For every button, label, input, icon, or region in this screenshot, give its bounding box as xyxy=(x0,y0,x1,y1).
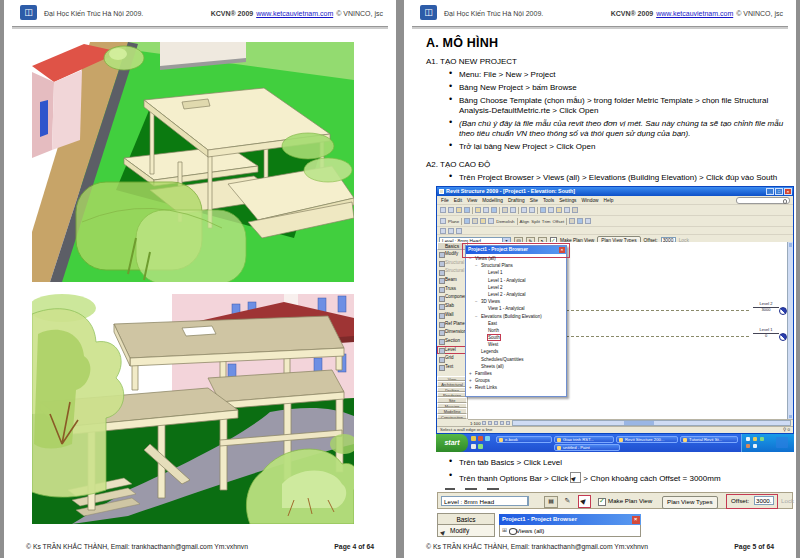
tree-elevations[interactable]: Elevations (Building Elevation) xyxy=(468,313,566,320)
design-bar-item-text[interactable]: Text xyxy=(437,363,467,372)
redo-icon[interactable] xyxy=(510,207,516,213)
taskbar-button-3[interactable]: Revit Structure 200... xyxy=(616,436,678,443)
crop-view-icon[interactable] xyxy=(500,421,504,425)
open-icon[interactable] xyxy=(448,207,454,213)
design-bar-tab-basics[interactable]: Basics xyxy=(437,242,467,250)
close-icon[interactable]: × xyxy=(559,247,565,253)
tree-level-2[interactable]: Level 2 xyxy=(468,284,566,291)
tree-revit-links[interactable]: Revit Links xyxy=(468,384,566,391)
tray-icon[interactable] xyxy=(746,437,750,441)
shadows-icon[interactable] xyxy=(572,207,578,213)
print-icon[interactable] xyxy=(464,207,470,213)
tree-groups[interactable]: Groups xyxy=(468,377,566,384)
toolbar-split-label[interactable]: Split xyxy=(531,219,540,224)
tree-west[interactable]: West xyxy=(468,341,566,348)
toolbar-trim-label[interactable]: Trim xyxy=(542,219,551,224)
rotate-icon[interactable] xyxy=(464,218,470,224)
header-site-link[interactable]: www.ketcauvietnam.com xyxy=(656,10,733,17)
quick-launch-icon[interactable] xyxy=(471,444,476,449)
design-bar-item-structural-column[interactable]: Structural Column xyxy=(437,267,467,276)
menu-file[interactable]: File xyxy=(441,198,449,203)
taskbar-button-1[interactable]: e-book xyxy=(496,436,552,443)
plan-view-types-button[interactable]: Plan View Types xyxy=(662,496,718,509)
tree-south[interactable]: South xyxy=(468,334,566,341)
tree-level-1-analytical[interactable]: Level 1 - Analytical xyxy=(468,277,566,284)
type-selector-combo[interactable]: Level : 8mm Head▼ xyxy=(441,496,529,506)
design-bar-item-grid[interactable]: Grid xyxy=(437,354,467,363)
tree-structural-plans[interactable]: Structural Plans xyxy=(468,262,566,269)
level-1-tag[interactable]: Level 10 xyxy=(753,328,779,338)
design-bar-item-modify[interactable]: Modify xyxy=(437,525,495,537)
maximize-button[interactable]: □ xyxy=(775,188,783,195)
linework-icon[interactable] xyxy=(569,218,575,224)
tag-icon[interactable] xyxy=(585,218,591,224)
quick-launch-icon[interactable] xyxy=(471,436,476,441)
design-bar-item-beam[interactable]: Beam xyxy=(437,276,467,285)
toolbar-demolish-label[interactable]: Demolish xyxy=(496,219,514,224)
toolbar-align-label[interactable]: Align xyxy=(520,219,530,224)
draw-pencil-icon[interactable]: ✎ xyxy=(562,496,573,506)
cut-icon[interactable] xyxy=(475,207,481,213)
design-bar-item-truss[interactable]: Truss xyxy=(437,285,467,294)
quick-launch-icon[interactable] xyxy=(485,436,490,441)
group-icon[interactable] xyxy=(488,218,494,224)
project-browser-title-bar[interactable]: Project1 - Project Browser× xyxy=(499,514,641,525)
close-icon[interactable]: × xyxy=(632,516,640,524)
editable-only-icon[interactable] xyxy=(440,228,446,234)
hide-crop-icon[interactable] xyxy=(506,421,510,425)
menu-view[interactable]: View xyxy=(467,198,477,203)
design-bar-tab-basics[interactable]: Basics xyxy=(437,513,495,525)
model-graphics-icon[interactable] xyxy=(488,421,492,425)
tree-level-2-analytical[interactable]: Level 2 - Analytical xyxy=(468,291,566,298)
help-search-input[interactable] xyxy=(736,197,790,204)
tree-view-1-analytical[interactable]: View 1 - Analytical xyxy=(468,305,566,312)
make-plan-view-checkbox[interactable] xyxy=(598,498,606,506)
toolbar-plane-label[interactable]: Plane xyxy=(448,219,459,224)
new-icon[interactable] xyxy=(440,207,446,213)
tree-views-all[interactable]: Views (all) xyxy=(499,525,641,537)
tree-schedules[interactable]: Schedules/Quantities xyxy=(468,356,566,363)
header-site-link[interactable]: www.ketcauvietnam.com xyxy=(256,10,333,17)
paste-icon[interactable] xyxy=(491,207,497,213)
design-bar-item-slab[interactable]: Slab xyxy=(437,302,467,311)
mirror-icon[interactable] xyxy=(472,218,478,224)
design-bar-item-ref-plane[interactable]: Ref Plane xyxy=(437,320,467,329)
tree-east[interactable]: East xyxy=(468,320,566,327)
zoom-icon[interactable] xyxy=(521,207,527,213)
design-bar-item-component[interactable]: Component xyxy=(437,293,467,302)
menu-window[interactable]: Window xyxy=(582,198,599,203)
section-icon[interactable] xyxy=(548,207,554,213)
design-bar-item-modify[interactable]: Modify xyxy=(437,250,467,259)
quick-launch-icon[interactable] xyxy=(478,444,483,449)
tree-level-1[interactable]: Level 1 xyxy=(468,269,566,276)
copy-icon[interactable] xyxy=(483,207,489,213)
properties-button[interactable]: ▤ xyxy=(544,496,558,508)
design-bar-item-section[interactable]: Section xyxy=(437,337,467,346)
start-button[interactable]: start xyxy=(436,434,468,452)
toolbar-offset-label[interactable]: Offset xyxy=(552,219,564,224)
tree-legends[interactable]: Legends xyxy=(468,348,566,355)
offset-input[interactable]: 3000. xyxy=(754,496,774,505)
menu-edit[interactable]: Edit xyxy=(454,198,462,203)
view-scale[interactable]: 1:100 xyxy=(470,421,480,426)
design-bar-item-level[interactable]: Level xyxy=(437,346,467,355)
3d-view-icon[interactable] xyxy=(540,207,546,213)
taskbar-button-paint[interactable]: untitled - Paint xyxy=(554,444,620,451)
chevron-down-icon[interactable]: ▼ xyxy=(527,496,529,506)
shadows-toggle-icon[interactable] xyxy=(494,421,498,425)
design-bar-item-dimension[interactable]: Dimension xyxy=(437,328,467,337)
undo-icon[interactable] xyxy=(502,207,508,213)
level-2-tag[interactable]: Level 23000 xyxy=(753,302,779,312)
design-bar-item-structural-wall[interactable]: Structural Wall xyxy=(437,259,467,268)
minimize-button[interactable]: _ xyxy=(766,188,774,195)
taskbar-button-2[interactable]: Giao trinh RST... xyxy=(554,436,614,443)
detail-level-icon[interactable] xyxy=(482,421,486,425)
active-workset-icon[interactable] xyxy=(456,228,462,234)
thin-lines-icon[interactable] xyxy=(556,207,562,213)
paint-icon[interactable] xyxy=(577,218,583,224)
menu-site[interactable]: Site xyxy=(530,198,538,203)
menu-modelling[interactable]: Modelling xyxy=(482,198,503,203)
tree-sheets[interactable]: Sheets (all) xyxy=(468,363,566,370)
gray-inactive-icon[interactable] xyxy=(448,228,454,234)
tree-3d-views[interactable]: 3D Views xyxy=(468,298,566,305)
